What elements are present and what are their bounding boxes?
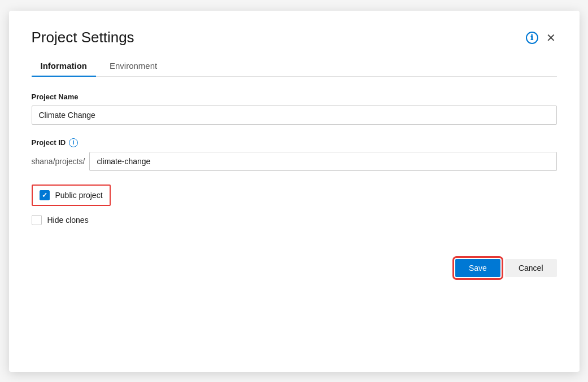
tabs-container: Information Environment [32,55,557,77]
save-button[interactable]: Save [455,259,500,277]
project-name-input[interactable] [32,106,557,125]
cancel-button[interactable]: Cancel [505,259,557,277]
dialog-header: Project Settings ℹ ✕ [32,29,557,46]
project-name-label: Project Name [32,93,557,101]
tab-information[interactable]: Information [32,55,97,76]
header-icons: ℹ ✕ [526,31,557,45]
project-id-label-row: Project ID i [32,138,557,147]
project-id-label: Project ID [32,138,66,147]
project-id-row: shana/projects/ [32,152,557,171]
project-id-info-icon[interactable]: i [69,138,78,147]
public-project-label: Public project [55,191,103,200]
hide-clones-row: Hide clones [32,215,557,225]
project-id-prefix: shana/projects/ [32,157,85,166]
project-name-section: Project Name [32,93,557,125]
info-icon[interactable]: ℹ [526,32,538,44]
hide-clones-checkbox[interactable] [32,215,42,225]
hide-clones-label: Hide clones [47,216,89,225]
dialog-title: Project Settings [32,29,134,46]
project-settings-dialog: Project Settings ℹ ✕ Information Environ… [9,11,580,372]
public-project-row: Public project [32,185,557,206]
close-icon[interactable]: ✕ [545,31,557,45]
project-id-section: Project ID i shana/projects/ [32,138,557,171]
public-project-checkbox[interactable] [40,190,50,200]
dialog-footer: Save Cancel [32,259,557,277]
project-id-input[interactable] [89,152,556,171]
public-project-highlight: Public project [32,185,111,206]
tab-environment[interactable]: Environment [101,55,166,76]
